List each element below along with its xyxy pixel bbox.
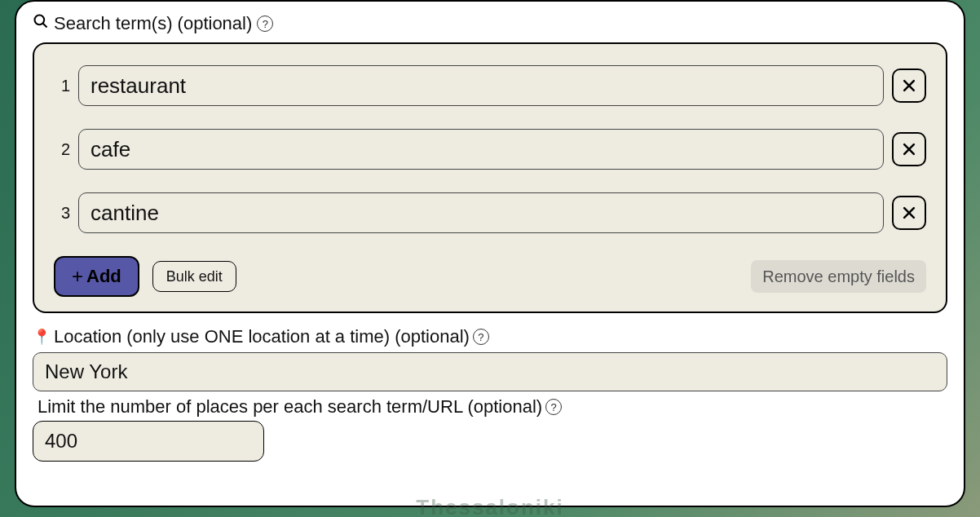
location-heading: 📍 Location (only use ONE location at a t… xyxy=(33,326,947,347)
search-icon xyxy=(33,13,49,34)
help-icon[interactable]: ? xyxy=(473,329,489,345)
location-input[interactable] xyxy=(33,352,947,391)
limit-input[interactable] xyxy=(33,422,264,461)
row-number: 3 xyxy=(54,204,70,223)
remove-term-button[interactable] xyxy=(892,196,926,230)
term-row: 1 xyxy=(54,65,926,106)
close-icon xyxy=(901,77,917,94)
svg-line-1 xyxy=(43,24,47,28)
close-icon xyxy=(901,141,917,157)
search-terms-heading-text: Search term(s) (optional) xyxy=(54,13,252,34)
close-icon xyxy=(901,205,917,221)
search-terms-group: 1 2 3 xyxy=(33,42,947,313)
limit-heading: Limit the number of places per each sear… xyxy=(33,396,947,418)
help-icon[interactable]: ? xyxy=(257,15,273,32)
location-heading-text: Location (only use ONE location at a tim… xyxy=(54,326,470,347)
search-term-input[interactable] xyxy=(78,129,884,170)
search-terms-heading: Search term(s) (optional) ? xyxy=(33,13,947,34)
remove-term-button[interactable] xyxy=(892,132,926,166)
config-panel: Search term(s) (optional) ? 1 2 3 xyxy=(15,0,965,507)
limit-heading-text: Limit the number of places per each sear… xyxy=(38,396,542,418)
term-row: 2 xyxy=(54,129,926,170)
search-term-input[interactable] xyxy=(78,192,884,233)
remove-term-button[interactable] xyxy=(892,68,926,103)
plus-icon: + xyxy=(72,265,83,288)
term-row: 3 xyxy=(54,192,926,233)
bulk-edit-button[interactable]: Bulk edit xyxy=(152,261,236,292)
svg-point-0 xyxy=(35,15,45,25)
limit-stepper: + − xyxy=(33,421,264,462)
row-number: 1 xyxy=(54,77,70,95)
row-number: 2 xyxy=(54,140,70,159)
search-term-input[interactable] xyxy=(78,65,884,106)
terms-actions-row: + Add Bulk edit Remove empty fields xyxy=(54,256,926,297)
help-icon[interactable]: ? xyxy=(545,399,562,415)
remove-empty-fields-button[interactable]: Remove empty fields xyxy=(751,260,926,293)
add-term-button[interactable]: + Add xyxy=(54,256,139,297)
add-button-label: Add xyxy=(86,266,121,287)
pin-icon: 📍 xyxy=(33,328,51,346)
